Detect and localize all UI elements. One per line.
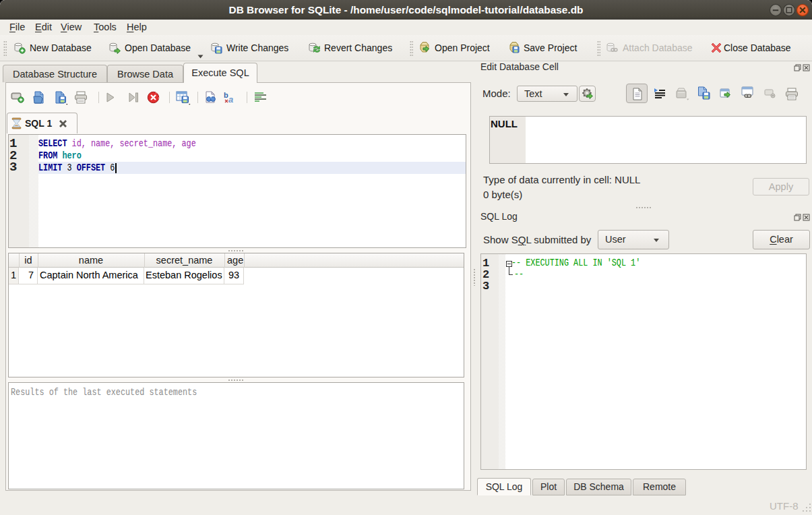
- svg-text:b: b: [224, 91, 228, 99]
- svg-text:a: a: [228, 94, 233, 104]
